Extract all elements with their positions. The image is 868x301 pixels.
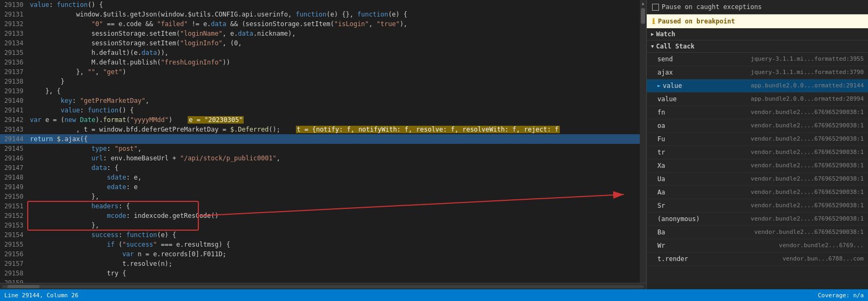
line-number: 29131 [0, 10, 28, 19]
scroll-up-arrow[interactable]: ▲ [640, 1, 646, 6]
line-number: 29141 [0, 105, 28, 115]
call-stack-item-name: t.render [657, 254, 711, 264]
code-line: 29140 key: "getPreMarketDay", [0, 96, 640, 105]
pause-checkbox-area[interactable]: Pause on caught exceptions [652, 3, 762, 11]
breakpoint-notice: ℹ Paused on breakpoint [647, 14, 868, 28]
code-line: 29139 }, { [0, 86, 640, 96]
line-number: 29153 [0, 221, 28, 230]
line-number: 29144 [0, 134, 28, 144]
call-stack-item-name: Xa [657, 160, 711, 171]
code-vscrollbar[interactable]: ▲ [640, 0, 646, 283]
call-stack-item[interactable]: Xavendor.bundle2....676965290038:1 [647, 159, 868, 173]
call-stack-item[interactable]: Srvendor.bundle2....676965290038:1 [647, 199, 868, 213]
breakpoint-label: Paused on breakpoint [658, 18, 735, 25]
code-line: 29138 } [0, 77, 640, 86]
call-stack-item[interactable]: Bavendor.bundle2...676965290038:1 [647, 226, 868, 239]
watch-label: Watch [656, 30, 675, 38]
code-hscrollbar[interactable] [0, 283, 646, 289]
pause-checkbox[interactable] [652, 4, 659, 11]
code-wrapper: 29130value: function() {29131 window.$ut… [0, 0, 640, 283]
scroll-thumb[interactable] [641, 8, 645, 24]
line-number: 29148 [0, 173, 28, 182]
line-number: 29134 [0, 38, 28, 48]
code-line: 29134 sessionStorage.setItem("loginInfo"… [0, 38, 640, 48]
code-line: 29130value: function() { [0, 0, 640, 10]
line-content: mcode: indexcode.getResCode() [28, 211, 640, 221]
line-content: }, [28, 192, 640, 201]
call-stack-item[interactable]: Aavendor.bundle2....676965290038:1 [647, 186, 868, 199]
line-content: var n = e.records[0].F011D; [28, 249, 640, 259]
line-number: 29140 [0, 96, 28, 105]
call-stack-item[interactable]: Wrvendor.bundle2...6769... [647, 239, 868, 253]
pause-exceptions-section: Pause on caught exceptions [647, 0, 868, 14]
status-bar: Line 29144, Column 26 Coverage: n/a [0, 289, 868, 301]
call-stack-item-source: jquery-3.1.1.mi...formatted:3790 [751, 67, 864, 78]
code-line: 29149 edate: e [0, 182, 640, 192]
line-number: 29136 [0, 58, 28, 67]
line-number: 29132 [0, 19, 28, 29]
code-line: 29152 mcode: indexcode.getResCode() [0, 211, 640, 221]
line-content: value: function() { [28, 0, 640, 10]
call-stack-item[interactable]: fnvendor.bundle2....676965290038:1 [647, 106, 868, 119]
call-stack-item[interactable]: trvendor.bundle2....676965290038:1 [647, 146, 868, 159]
call-stack-item-source: vendor.bundle2....676965290038:1 [751, 187, 864, 198]
code-line: 29142var e = (new Date).format("yyyyMMdd… [0, 115, 640, 125]
line-content: key: "getPreMarketDay", [28, 96, 640, 105]
call-stack-item[interactable]: valueapp.bundle2.0.0...ormatted:28994 [647, 93, 868, 106]
call-stack-item[interactable]: sendjquery-3.1.1.mi...formatted:3955 [647, 53, 868, 66]
call-stack-item-name: Aa [657, 187, 711, 198]
code-line: 29158 try { [0, 269, 640, 278]
call-stack-item[interactable]: ajaxjquery-3.1.1.mi...formatted:3790 [647, 66, 868, 79]
call-stack-item[interactable]: t.rendervendor.bun...6788...com [647, 253, 868, 266]
call-stack-item-source: vendor.bun...6788...com [783, 254, 864, 264]
call-stack-list: sendjquery-3.1.1.mi...formatted:3955ajax… [647, 53, 868, 289]
scrollbar-track [2, 285, 644, 288]
line-content: success: function(e) { [28, 230, 640, 240]
call-stack-item[interactable]: ►valueapp.bundle2.0.0...ormatted:29144 [647, 79, 868, 93]
code-horizontal: 29130value: function() {29131 window.$ut… [0, 0, 646, 283]
code-line: 29136 M.default.publish("freshLoginInfo"… [0, 58, 640, 67]
code-line: 29141 value: function() { [0, 105, 640, 115]
line-content: h.default)(e.data)), [28, 48, 640, 58]
line-number: 29145 [0, 144, 28, 153]
call-stack-item-source: vendor.bundle2....676965290038:1 [751, 120, 864, 131]
call-stack-item[interactable]: (anonymous)vendor.bundle2....67696529003… [647, 213, 868, 226]
line-content: try { [28, 269, 640, 278]
call-stack-item[interactable]: Fuvendor.bundle2....676965290038:1 [647, 133, 868, 146]
callstack-triangle: ▼ [651, 44, 654, 49]
call-stack-item-name: value [657, 94, 711, 104]
code-line: 29143 , t = window.bfd.deferGetPreMarket… [0, 125, 640, 134]
watch-section-header[interactable]: ▶ Watch [647, 28, 868, 40]
line-content: "0" == e.code && "failed" != e.data && (… [28, 19, 640, 29]
line-content: window.$utils.getJson(window.$utils.CONF… [28, 10, 640, 19]
code-panel: 29130value: function() {29131 window.$ut… [0, 0, 647, 289]
line-content: }, "", "get") [28, 67, 640, 77]
line-content: sessionStorage.setItem("loginInfo", (0, [28, 38, 640, 48]
code-line: 29147 data: { [0, 163, 640, 173]
line-content: sessionStorage.setItem("loginName", e.da… [28, 29, 640, 38]
line-content: if ("success" === e.resultmsg) { [28, 240, 640, 249]
line-content: return $.ajax({ [28, 134, 640, 144]
line-content: }, [28, 221, 640, 230]
call-stack-item-source: vendor.bundle2....676965290038:1 [751, 107, 864, 118]
line-number: 29147 [0, 163, 28, 173]
line-number: 29149 [0, 182, 28, 192]
cursor-position: Line 29144, Column 26 [4, 292, 78, 299]
call-stack-item-name: fn [657, 107, 711, 118]
line-content: url: env.homeBaseUrl + "/api/stock/p_pub… [28, 153, 640, 163]
callstack-section-header[interactable]: ▼ Call Stack [647, 40, 868, 53]
call-stack-item-source: app.bundle2.0.0...ormatted:28994 [751, 94, 864, 104]
call-stack-item-name: Sr [657, 200, 711, 211]
line-content: , t = window.bfd.deferGetPreMarketDay = … [28, 125, 640, 134]
line-content: value: function() { [28, 105, 640, 115]
line-number: 29130 [0, 0, 28, 10]
call-stack-item-source: vendor.bundle2....676965290038:1 [751, 200, 864, 211]
line-content: t.resolve(n); [28, 259, 640, 269]
code-line: 29159... [0, 278, 640, 283]
call-stack-item[interactable]: Uavendor.bundle2....676965290038:1 [647, 173, 868, 186]
line-content: headers: { [28, 201, 640, 211]
line-content: data: { [28, 163, 640, 173]
call-stack-item[interactable]: oavendor.bundle2....676965290038:1 [647, 119, 868, 133]
watch-triangle: ▶ [651, 31, 654, 37]
scrollbar-thumb[interactable] [7, 285, 39, 288]
